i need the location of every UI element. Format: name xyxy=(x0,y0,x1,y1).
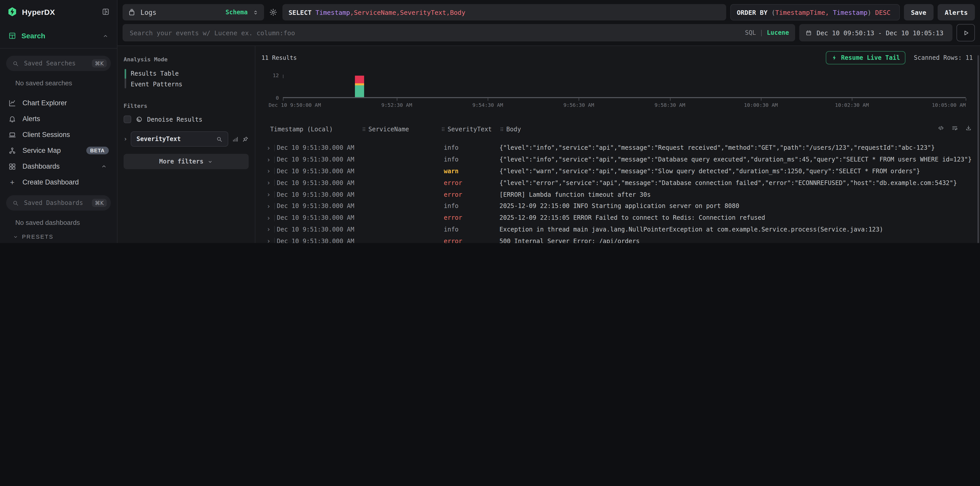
cell-severity: warn xyxy=(441,167,500,175)
date-range-picker[interactable]: Dec 10 09:50:13 - Dec 10 10:05:13 xyxy=(799,24,953,41)
table-row[interactable]: ›Dec 10 9:51:30.000 AMerror500 Internal … xyxy=(261,235,973,243)
mode-results-table[interactable]: Results Table xyxy=(131,68,249,79)
saved-dashboards-search[interactable]: ⌘K xyxy=(6,195,111,210)
saved-searches-search[interactable]: ⌘K xyxy=(6,56,111,71)
source-select[interactable]: Logs Schema xyxy=(123,4,264,21)
run-query-button[interactable] xyxy=(956,24,975,41)
collapse-sidebar-icon[interactable] xyxy=(102,8,110,16)
table-row[interactable]: ›Dec 10 9:51:30.000 AMerror[ERROR] Lambd… xyxy=(261,188,973,200)
saved-searches-input[interactable] xyxy=(23,59,88,67)
calendar-icon xyxy=(805,29,812,36)
table-row[interactable]: ›Dec 10 9:51:30.000 AMinfo2025-12-09 22:… xyxy=(261,200,973,212)
pin-icon[interactable] xyxy=(242,136,249,142)
row-expand-icon[interactable]: › xyxy=(267,191,273,198)
row-expand-icon[interactable]: › xyxy=(267,180,273,186)
select-columns-input[interactable]: SELECT Timestamp,ServiceName,SeverityTex… xyxy=(282,4,726,21)
view-source-icon[interactable] xyxy=(938,125,944,131)
denoise-results-toggle[interactable]: Denoise Results xyxy=(124,115,249,123)
bar-segment-warn xyxy=(355,83,364,85)
play-icon xyxy=(962,29,969,37)
sql-mode-toggle[interactable]: SQL xyxy=(745,29,756,36)
drag-handle-icon[interactable]: ⠿ xyxy=(500,126,503,132)
sidebar-item-dashboards[interactable]: Dashboards xyxy=(0,158,117,174)
row-expand-icon[interactable]: › xyxy=(267,156,273,163)
wrap-lines-icon[interactable] xyxy=(951,125,958,131)
cell-timestamp: Dec 10 9:51:30.000 AM xyxy=(277,202,361,210)
cell-severity: error xyxy=(441,191,500,198)
cell-timestamp: Dec 10 9:51:30.000 AM xyxy=(277,237,361,243)
saved-dashboards-input[interactable] xyxy=(23,199,88,207)
resume-live-tail-button[interactable]: Resume Live Tail xyxy=(826,51,906,64)
results-histogram: 12 0 Dec 10 9:50:00 AM9:52:30 AM9:54:30 … xyxy=(261,73,973,109)
cell-severity: error xyxy=(441,237,500,243)
app-title: HyperDX xyxy=(22,7,97,16)
cell-body: 500 Internal Server Error: /api/orders xyxy=(500,237,973,243)
table-row[interactable]: ›Dec 10 9:51:30.000 AMerror2025-12-09 22… xyxy=(261,212,973,224)
presets-section-toggle[interactable]: PRESETS xyxy=(13,234,117,240)
lucene-mode-toggle[interactable]: Lucene xyxy=(767,29,789,36)
column-header-servicename[interactable]: ⠿ServiceName xyxy=(362,126,441,133)
search-input[interactable] xyxy=(129,29,741,37)
hyperdx-logo-icon xyxy=(7,6,18,17)
severity-filter-pill[interactable]: SeverityText xyxy=(131,131,228,147)
x-axis-tick xyxy=(488,98,488,101)
sidebar-item-alerts[interactable]: Alerts xyxy=(0,111,117,127)
histogram-bar[interactable] xyxy=(355,76,364,97)
row-expand-icon[interactable]: › xyxy=(267,203,273,210)
search-icon[interactable] xyxy=(216,136,223,142)
alerts-button[interactable]: Alerts xyxy=(938,4,975,21)
mode-event-patterns[interactable]: Event Patterns xyxy=(131,79,249,89)
analysis-mode-list: Results Table Event Patterns xyxy=(124,68,249,89)
row-expand-icon[interactable]: › xyxy=(267,238,273,243)
column-header-severitytext[interactable]: ⠿SeverityText xyxy=(441,126,500,133)
chevron-down-icon xyxy=(13,234,18,239)
x-axis-label: 9:52:30 AM xyxy=(382,102,412,108)
scrollbar-thumb[interactable] xyxy=(977,55,979,243)
row-expand-icon[interactable]: › xyxy=(267,168,273,175)
facet-chart-icon[interactable] xyxy=(232,136,239,142)
sidebar-item-chart-explorer[interactable]: Chart Explorer xyxy=(0,95,117,111)
dashboards-grid-icon xyxy=(8,162,16,170)
column-header-timestamp[interactable]: Timestamp (Local) xyxy=(270,126,362,133)
create-dashboard-button[interactable]: + Create Dashboard xyxy=(0,174,117,190)
row-expand-icon[interactable]: › xyxy=(267,226,273,233)
sidebar: HyperDX Search ⌘K No saved searches Char… xyxy=(0,0,118,243)
results-panel: 11 Results Resume Live Tail Scanned Rows… xyxy=(255,46,980,243)
source-settings-gear-icon[interactable] xyxy=(268,8,278,16)
row-expand-icon[interactable]: › xyxy=(267,145,273,151)
download-icon[interactable] xyxy=(965,125,972,131)
drag-handle-icon[interactable]: ⠿ xyxy=(441,126,445,132)
table-row[interactable]: ›Dec 10 9:51:30.000 AMinfo{"level":"info… xyxy=(261,142,973,154)
bar-segment-error xyxy=(355,76,364,84)
preset-clickhouse[interactable]: ClickHouse xyxy=(0,240,117,243)
table-row[interactable]: ›Dec 10 9:51:30.000 AMinfoException in t… xyxy=(261,223,973,235)
column-header-body[interactable]: ⠿Body xyxy=(500,126,973,133)
sidebar-item-search[interactable]: Search xyxy=(0,27,117,45)
x-axis-tick xyxy=(283,98,283,101)
table-row[interactable]: ›Dec 10 9:51:30.000 AMinfo{"level":"info… xyxy=(261,154,973,166)
cell-body: [ERROR] Lambda function timeout after 30… xyxy=(500,191,973,198)
drag-handle-icon[interactable]: ⠿ xyxy=(362,126,365,132)
denoise-checkbox[interactable] xyxy=(124,115,131,123)
bar-segment-info xyxy=(355,85,364,97)
chevron-up-icon[interactable] xyxy=(102,32,109,39)
sidebar-item-client-sessions[interactable]: Client Sessions xyxy=(0,127,117,143)
order-by-input[interactable]: ORDER BY (TimestampTime, Timestamp) DESC xyxy=(730,4,900,21)
table-row[interactable]: ›Dec 10 9:51:30.000 AMwarn{"level":"warn… xyxy=(261,165,973,177)
cell-body: {"level":"info","service":"api","message… xyxy=(500,156,973,163)
x-axis-label: 10:02:30 AM xyxy=(835,102,869,108)
chevron-up-icon[interactable] xyxy=(100,163,109,170)
save-button[interactable]: Save xyxy=(904,4,933,21)
more-filters-button[interactable]: More filters xyxy=(124,154,249,169)
schema-link[interactable]: Schema xyxy=(226,9,248,16)
x-axis-tick xyxy=(670,98,670,101)
topbar: Logs Schema SELECT Timestamp,ServiceName… xyxy=(118,0,980,46)
no-saved-searches-text: No saved searches xyxy=(15,79,117,87)
cell-severity: info xyxy=(441,156,500,163)
table-row[interactable]: ›Dec 10 9:51:30.000 AMerror{"level":"err… xyxy=(261,177,973,189)
expand-filter-icon[interactable]: › xyxy=(124,135,127,143)
event-search-box[interactable]: SQL | Lucene xyxy=(123,24,795,41)
sidebar-item-service-map[interactable]: Service Map BETA xyxy=(0,143,117,158)
y-axis-label: 0 xyxy=(261,95,279,101)
row-expand-icon[interactable]: › xyxy=(267,214,273,221)
